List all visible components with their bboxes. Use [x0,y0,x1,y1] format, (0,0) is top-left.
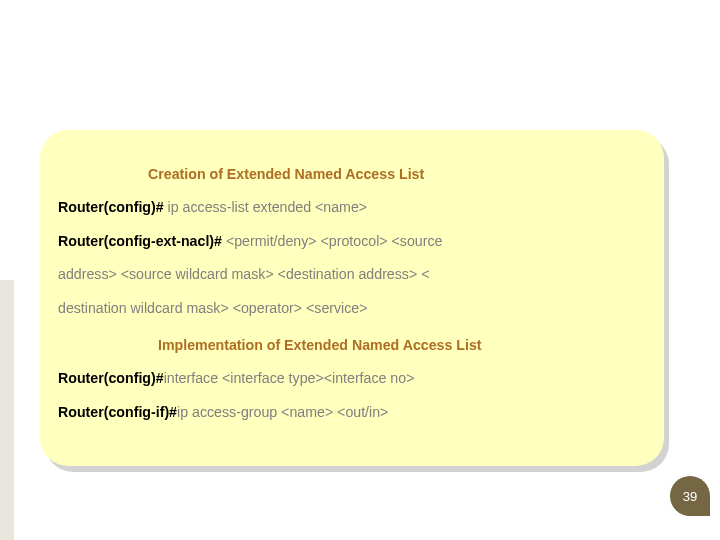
content-panel: Creation of Extended Named Access List R… [40,130,664,466]
page-number-badge: 39 [670,476,710,516]
page-number: 39 [683,489,697,504]
cmd-access-group: ip access-group <name> <out/in> [177,404,388,420]
left-accent-bar [0,280,14,540]
prompt-config-if: Router(config-if)# [58,404,177,420]
prompt-ext-nacl: Router(config-ext-nacl)# [58,233,222,249]
cmd-ip-access-list: ip access-list extended <name> [164,199,367,215]
prompt-config: Router(config)# [58,199,164,215]
heading-creation: Creation of Extended Named Access List [58,158,646,191]
creation-line-4: destination wildcard mask> <operator> <s… [58,292,646,325]
implementation-line-2: Router(config-if)#ip access-group <name>… [58,396,646,429]
creation-line-3: address> <source wildcard mask> <destina… [58,258,646,291]
cmd-interface: interface <interface type><interface no> [164,370,415,386]
creation-line-2: Router(config-ext-nacl)# <permit/deny> <… [58,225,646,258]
heading-implementation: Implementation of Extended Named Access … [58,329,646,362]
implementation-line-1: Router(config)#interface <interface type… [58,362,646,395]
prompt-config-2: Router(config)# [58,370,164,386]
creation-line-1: Router(config)# ip access-list extended … [58,191,646,224]
cmd-permit-deny: <permit/deny> <protocol> <source [222,233,442,249]
